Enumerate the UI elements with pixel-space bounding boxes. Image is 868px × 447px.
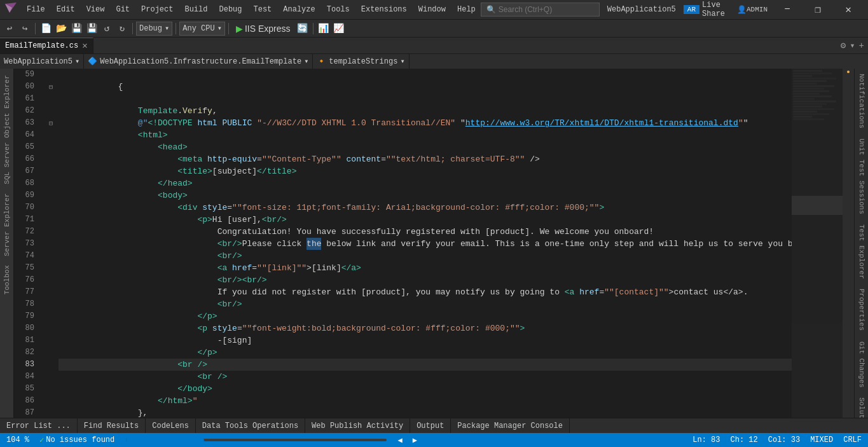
status-col-num[interactable]: Col: 33 <box>766 433 803 447</box>
menu-test[interactable]: Test <box>249 4 277 15</box>
line-num-65: 65 <box>14 141 39 153</box>
navigate-back-btn[interactable]: ↩ <box>3 22 17 36</box>
code-line-82: </p> <box>59 347 792 359</box>
fold-86 <box>46 395 56 407</box>
minimap-viewport <box>792 196 843 215</box>
tab-actions: ⚙ ▾ + <box>837 38 868 53</box>
sidebar-solution-explorer[interactable]: Solution Explorer <box>857 392 867 418</box>
bottom-tab-web-publish[interactable]: Web Publish Activity <box>305 418 410 433</box>
line-num-76: 76 <box>14 274 39 286</box>
undo-btn[interactable]: ↺ <box>100 22 114 36</box>
sidebar-git-changes[interactable]: Git Changes <box>857 336 867 393</box>
minimize-button[interactable]: − <box>773 0 802 19</box>
vs-logo <box>5 3 17 17</box>
namespace-nav[interactable]: 🔷 WebApplication5.Infrastructure.EmailTe… <box>84 54 313 69</box>
status-nav-right[interactable]: ▶ <box>410 433 420 447</box>
fold-60[interactable]: ⊟ <box>46 81 56 93</box>
restore-button[interactable]: ❐ <box>803 0 832 19</box>
new-project-btn[interactable]: 📄 <box>39 22 53 36</box>
status-no-issues[interactable]: ✓ No issues found <box>37 433 117 447</box>
search-box[interactable]: 🔍 <box>481 3 600 17</box>
redo-btn[interactable]: ↻ <box>115 22 129 36</box>
status-line-ending[interactable]: CRLF <box>841 433 864 447</box>
project-nav-label: WebApplication5 <box>4 57 72 66</box>
line-num-70: 70 <box>14 202 39 214</box>
minimap-content <box>792 69 843 122</box>
tab-emailtemplate[interactable]: EmailTemplate.cs ✕ <box>0 38 93 53</box>
profiler-btn[interactable]: 📊 <box>317 22 331 36</box>
project-nav-arrow: ▾ <box>75 57 79 66</box>
code-line-68: </head> <box>59 177 792 189</box>
sidebar-item-server-explorer[interactable]: Server Explorer <box>1 189 13 260</box>
fold-62 <box>46 105 56 117</box>
mini-line-16 <box>793 108 834 110</box>
menu-tools[interactable]: Tools <box>322 4 355 15</box>
menu-edit[interactable]: Edit <box>52 4 80 15</box>
menu-git[interactable]: Git <box>111 4 135 15</box>
tab-close-icon[interactable]: ✕ <box>82 41 87 50</box>
search-input[interactable] <box>499 5 594 14</box>
mini-line-9 <box>793 90 829 92</box>
menu-window[interactable]: Window <box>413 4 451 15</box>
menu-project[interactable]: Project <box>136 4 178 15</box>
mini-line-12 <box>793 98 815 100</box>
code-line-63: @"<!DOCTYPE html PUBLIC "-//W3C//DTD XHT… <box>59 117 792 129</box>
debug-config-dropdown[interactable]: Debug ▾ <box>136 22 172 36</box>
sidebar-unit-test-sessions[interactable]: Unit Test Sessions <box>857 134 867 219</box>
bottom-tab-output[interactable]: Output <box>410 418 451 433</box>
sidebar-test-explorer[interactable]: Test Explorer <box>857 219 867 284</box>
fold-gutter: ⊟ ⊟ <box>46 69 56 418</box>
fold-63[interactable]: ⊟ <box>46 117 56 129</box>
menu-build[interactable]: Build <box>179 4 212 15</box>
diagnostic-btn[interactable]: 📈 <box>332 22 346 36</box>
toolbar-sep-5 <box>313 23 313 34</box>
code-line-83: <br /> <box>59 359 792 371</box>
sidebar-notifications[interactable]: Notifications <box>857 69 867 134</box>
mini-line-15 <box>793 106 822 107</box>
project-nav[interactable]: WebApplication5 ▾ <box>0 54 84 69</box>
notification-strip <box>843 69 854 418</box>
menu-view[interactable]: View <box>81 4 110 15</box>
close-button[interactable]: ✕ <box>834 0 863 19</box>
save-all-btn[interactable]: 💾 <box>85 22 99 36</box>
menu-analyze[interactable]: Analyze <box>278 4 320 15</box>
menu-help[interactable]: Help <box>452 4 481 15</box>
restart-btn[interactable]: 🔄 <box>296 22 310 36</box>
bottom-tab-data-tools[interactable]: Data Tools Operations <box>196 418 305 433</box>
open-btn[interactable]: 📂 <box>54 22 68 36</box>
bottom-tab-find-results[interactable]: Find Results <box>78 418 146 433</box>
code-line-81: -[sign] <box>59 334 792 347</box>
member-nav[interactable]: 🔸 templateStrings ▾ <box>313 54 409 69</box>
scroll-progress-bar <box>126 439 386 441</box>
sidebar-properties[interactable]: Properties <box>857 284 867 336</box>
fold-59 <box>46 69 56 81</box>
platform-config-dropdown[interactable]: Any CPU ▾ <box>179 22 225 36</box>
status-encoding[interactable]: MIXED <box>808 433 836 447</box>
status-nav-left[interactable]: ◀ <box>396 433 405 447</box>
tab-add-btn[interactable]: + <box>858 39 865 52</box>
navigate-forward-btn[interactable]: ↪ <box>18 22 32 36</box>
line-num-83: 83 <box>14 359 39 371</box>
bottom-tab-package-manager[interactable]: Package Manager Console <box>451 418 570 433</box>
bottom-tab-codelens[interactable]: CodeLens <box>146 418 196 433</box>
menu-debug[interactable]: Debug <box>214 4 247 15</box>
sidebar-item-toolbox[interactable]: Toolbox <box>1 261 13 298</box>
live-share-btn[interactable]: Live Share <box>702 1 732 18</box>
save-btn[interactable]: 💾 <box>69 22 83 36</box>
code-line-73: <br/>Please click the below link and ver… <box>59 238 792 250</box>
status-zoom[interactable]: 104 % <box>4 433 32 447</box>
bottom-tab-error-list[interactable]: Error List ... <box>0 418 78 433</box>
status-line-info[interactable]: Ln: 83 <box>690 433 722 447</box>
mini-line-6 <box>793 83 817 85</box>
tab-settings-btn[interactable]: ⚙ <box>839 39 847 52</box>
start-debug-button[interactable]: ▶ IIS Express <box>232 22 294 35</box>
code-content[interactable]: { Template.Verify, @"<!DOCTYPE html PUBL… <box>56 69 792 418</box>
sidebar-item-sql-server[interactable]: SQL Server Object Explorer <box>1 71 13 188</box>
member-icon: 🔸 <box>317 57 326 66</box>
menu-extensions[interactable]: Extensions <box>356 4 412 15</box>
status-col-info[interactable]: Ch: 12 <box>728 433 761 447</box>
main-area: SQL Server Object Explorer Server Explor… <box>0 69 868 418</box>
menu-file[interactable]: File <box>22 4 50 15</box>
fold-71 <box>46 214 56 226</box>
tab-dropdown-btn[interactable]: ▾ <box>848 39 856 52</box>
